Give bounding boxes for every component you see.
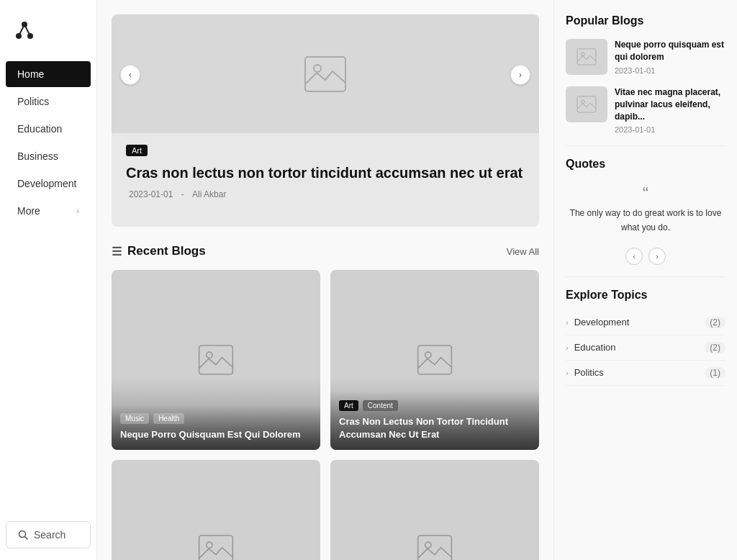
hero-prev-button[interactable]: ‹	[120, 65, 140, 85]
popular-blogs-title: Popular Blogs	[566, 14, 725, 27]
hero-section: ‹ › Art Cras non lectus non tortor tinci…	[112, 14, 539, 227]
svg-point-8	[314, 65, 321, 72]
right-sidebar: Popular Blogs Neque porro quisquam est q…	[553, 0, 737, 560]
chevron-right-icon: ›	[76, 206, 79, 216]
sidebar-item-more[interactable]: More ›	[6, 198, 91, 224]
quote-navigation: ‹ ›	[566, 248, 725, 265]
explore-item-3-left: › Politics	[566, 367, 604, 378]
explore-item-2[interactable]: › Education (2)	[566, 335, 725, 361]
svg-rect-17	[577, 49, 596, 65]
hero-image	[112, 14, 539, 133]
chevron-right-icon: ›	[566, 318, 569, 327]
quotes-section: Quotes “ The only way to do great work i…	[566, 158, 725, 264]
blog-card-3-image	[112, 460, 320, 560]
hero-tag: Art	[126, 145, 148, 156]
explore-item-1-count: (2)	[705, 317, 725, 328]
popular-item-2-thumb	[566, 86, 607, 122]
divider-1	[566, 145, 725, 146]
popular-item-2-info: Vitae nec magna placerat, pulvinar lacus…	[615, 86, 725, 134]
blog-card-1-overlay: Music Health Neque Porro Quisquam Est Qu…	[112, 405, 320, 450]
card-image-placeholder-icon-2	[417, 344, 453, 376]
popular-item-2[interactable]: Vitae nec magna placerat, pulvinar lacus…	[566, 86, 725, 134]
tag-art: Art	[339, 400, 358, 411]
blog-card-3[interactable]	[112, 460, 320, 560]
svg-point-12	[425, 352, 431, 358]
sidebar-item-development[interactable]: Development	[6, 171, 91, 197]
hero-title: Cras non lectus non tortor tincidunt acc…	[126, 163, 525, 182]
svg-line-3	[19, 24, 24, 36]
chevron-right-icon: ›	[566, 343, 569, 352]
sidebar-item-business[interactable]: Business	[6, 143, 91, 169]
tag-row-2: Art Content	[339, 400, 530, 411]
search-button[interactable]: Search	[6, 521, 91, 548]
blog-card-2[interactable]: Art Content Cras Non Lectus Non Tortor T…	[330, 270, 539, 450]
svg-point-20	[582, 100, 585, 104]
popular-item-1-thumb	[566, 39, 607, 75]
list-icon: ☰	[112, 245, 122, 258]
explore-item-3-count: (1)	[705, 367, 725, 379]
image-placeholder-icon	[304, 55, 347, 93]
quote-box: “ The only way to do great work is to lo…	[566, 179, 725, 240]
blog-card-4[interactable]	[330, 460, 539, 560]
main-content: ‹ › Art Cras non lectus non tortor tinci…	[97, 0, 553, 560]
explore-item-2-left: › Education	[566, 342, 616, 353]
quotes-title: Quotes	[566, 158, 725, 171]
svg-rect-19	[577, 96, 596, 112]
svg-rect-15	[418, 536, 452, 560]
hero-separator: -	[181, 189, 184, 199]
section-header: ☰ Recent Blogs View All	[112, 244, 539, 258]
svg-line-4	[24, 24, 30, 36]
explore-item-1-label: Development	[574, 317, 630, 328]
hero-next-button[interactable]: ›	[510, 65, 530, 85]
sidebar-item-politics[interactable]: Politics	[6, 89, 91, 114]
quote-mark: “	[569, 185, 723, 202]
sidebar-item-home[interactable]: Home	[6, 61, 91, 87]
blog-card-4-image	[330, 460, 539, 560]
tag-health: Health	[153, 413, 184, 424]
popular-blogs-section: Popular Blogs Neque porro quisquam est q…	[566, 14, 725, 134]
sidebar: Home Politics Education Business Develop…	[0, 0, 97, 560]
popular-item-2-title: Vitae nec magna placerat, pulvinar lacus…	[615, 86, 725, 122]
card-image-placeholder-icon-3	[198, 534, 234, 560]
popular-item-1-date: 2023-01-01	[615, 66, 725, 75]
quote-next-button[interactable]: ›	[648, 248, 666, 265]
svg-rect-11	[418, 346, 452, 374]
explore-item-3[interactable]: › Politics (1)	[566, 361, 725, 386]
svg-rect-9	[199, 346, 233, 374]
quote-prev-button[interactable]: ‹	[625, 248, 643, 265]
card-image-placeholder-icon-4	[417, 534, 453, 560]
sidebar-item-education[interactable]: Education	[6, 116, 91, 142]
explore-item-1[interactable]: › Development (2)	[566, 310, 725, 335]
svg-point-18	[582, 53, 585, 56]
hero-author: Ali Akbar	[192, 189, 226, 199]
chevron-right-icon: ›	[566, 369, 569, 377]
tag-row-1: Music Health	[120, 413, 312, 424]
explore-item-1-left: › Development	[566, 317, 629, 328]
blogs-grid: Music Health Neque Porro Quisquam Est Qu…	[112, 270, 539, 560]
svg-line-6	[25, 537, 28, 540]
popular-item-1[interactable]: Neque porro quisquam est qui dolorem 202…	[566, 39, 725, 75]
logo-area	[0, 12, 96, 60]
tag-content: Content	[363, 400, 398, 411]
hero-date: 2023-01-01	[129, 189, 173, 199]
explore-topics-section: Explore Topics › Development (2) › Educa…	[566, 289, 725, 386]
blog-card-1[interactable]: Music Health Neque Porro Quisquam Est Qu…	[112, 270, 320, 450]
view-all-link[interactable]: View All	[507, 246, 539, 257]
popular-thumb-icon-2	[577, 96, 597, 113]
hero-content: Art Cras non lectus non tortor tincidunt…	[112, 133, 539, 209]
app-logo	[12, 17, 37, 43]
blog-card-2-overlay: Art Content Cras Non Lectus Non Tortor T…	[330, 392, 539, 450]
popular-thumb-icon-1	[577, 48, 597, 66]
svg-rect-13	[199, 536, 233, 560]
tag-music: Music	[120, 413, 149, 424]
explore-item-2-count: (2)	[705, 342, 725, 353]
card-image-placeholder-icon	[198, 344, 234, 376]
search-icon	[18, 530, 28, 540]
explore-item-2-label: Education	[574, 342, 616, 353]
blog-card-2-title: Cras Non Lectus Non Tortor Tincidunt Acc…	[339, 415, 530, 441]
recent-blogs-title: Recent Blogs	[127, 244, 206, 258]
section-title-row: ☰ Recent Blogs	[112, 244, 206, 258]
svg-rect-7	[305, 57, 345, 91]
hero-meta: 2023-01-01 - Ali Akbar	[126, 189, 525, 199]
quote-text: The only way to do great work is to love…	[569, 207, 723, 234]
